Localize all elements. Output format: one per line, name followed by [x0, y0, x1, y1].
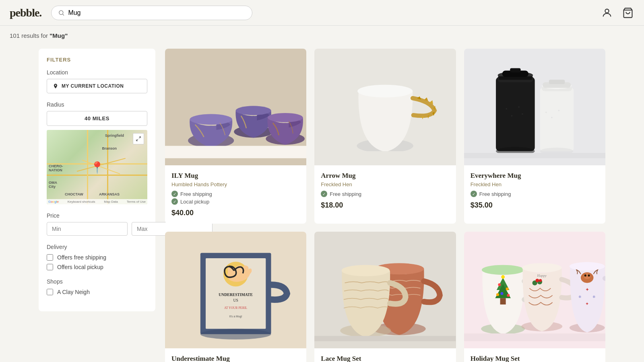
check-icon: ✓ [171, 191, 178, 197]
product-price-3: $35.00 [471, 201, 599, 210]
svg-point-0 [59, 10, 63, 14]
main-container: FILTERS Location MY CURRENT LOCATION Rad… [29, 39, 615, 362]
svg-point-48 [200, 329, 271, 339]
svg-point-53 [342, 265, 390, 276]
svg-rect-19 [496, 77, 535, 151]
svg-rect-25 [510, 68, 520, 72]
account-icon[interactable] [601, 6, 613, 19]
header: pebble. [0, 0, 644, 26]
product-image-6: Happy [464, 232, 605, 348]
clay-neigh-row: A Clay Neigh [47, 289, 147, 295]
price-label: Price [47, 212, 147, 219]
price-min-input[interactable] [47, 222, 128, 236]
svg-text:❄: ❄ [592, 295, 596, 299]
price-filter: Price [47, 212, 147, 236]
map-expand-button[interactable] [133, 133, 144, 144]
product-price-2: $18.00 [321, 201, 449, 210]
svg-text:Happy: Happy [537, 274, 546, 278]
product-card-4[interactable]: UNDERESTIMATE US AT YOUR PERIL It's a Mu… [165, 232, 306, 362]
svg-line-4 [139, 137, 140, 138]
svg-rect-60 [500, 298, 506, 304]
svg-text:US: US [233, 298, 238, 302]
product-card-2[interactable]: Arrow Mug Freckled Hen ✓ Free shipping $… [314, 49, 456, 224]
search-input[interactable] [68, 9, 246, 16]
product-shop-3: Freckled Hen [471, 181, 599, 187]
radius-label: Radius [47, 101, 147, 108]
check-icon: ✓ [171, 198, 178, 205]
badge-label: Free shipping [479, 191, 511, 197]
location-label: Location [47, 69, 147, 76]
product-card-5[interactable]: Lace Mug Set [314, 232, 456, 362]
local-pickup-label[interactable]: Offers local pickup [57, 264, 103, 270]
svg-point-57 [482, 265, 524, 275]
svg-rect-17 [314, 151, 456, 158]
map-label-springfield: Springfield [105, 134, 124, 138]
shops-label: Shops [47, 278, 147, 285]
product-info-5: Lace Mug Set [314, 348, 456, 362]
delivery-filter: Delivery Offers free shipping Offers loc… [47, 244, 147, 270]
clay-neigh-label[interactable]: A Clay Neigh [57, 289, 90, 295]
local-pickup-row: Offers local pickup [47, 264, 147, 270]
map-terms: Terms of Use [127, 200, 146, 204]
shops-filter: Shops A Clay Neigh [47, 278, 147, 295]
product-image-5 [314, 232, 456, 348]
svg-point-78 [584, 274, 586, 276]
map-label-branson: Branson [102, 146, 117, 150]
free-shipping-row: Offers free shipping [47, 254, 147, 261]
clay-neigh-checkbox[interactable] [47, 289, 53, 295]
location-filter: Location MY CURRENT LOCATION [47, 69, 147, 93]
map-label-chero: CHERO-NATION [49, 164, 63, 172]
svg-point-33 [511, 115, 512, 117]
badge-label: Local pickup [180, 199, 209, 205]
svg-point-72 [535, 279, 539, 282]
svg-point-37 [551, 117, 553, 119]
product-badge-local-pickup-1: ✓ Local pickup [171, 198, 300, 205]
svg-rect-30 [549, 80, 565, 84]
product-name-6: Holiday Mug Set [471, 355, 599, 362]
free-shipping-checkbox[interactable] [47, 254, 53, 261]
svg-point-36 [545, 111, 547, 113]
cart-icon[interactable] [621, 6, 634, 19]
filters-title: FILTERS [47, 57, 147, 63]
results-query: "Mug" [50, 32, 68, 39]
svg-point-34 [518, 106, 520, 108]
price-row [47, 222, 147, 236]
svg-rect-13 [165, 146, 306, 158]
svg-line-1 [63, 14, 64, 15]
map-data: Map Data [104, 200, 118, 204]
check-icon: ✓ [471, 191, 477, 197]
free-shipping-label[interactable]: Offers free shipping [57, 254, 106, 261]
svg-text:UNDERESTIMATE: UNDERESTIMATE [219, 292, 253, 297]
product-badge-free-shipping-2: ✓ Free shipping [321, 191, 449, 197]
product-name-5: Lace Mug Set [321, 355, 449, 362]
map-label-city: OMACity [49, 181, 57, 189]
svg-rect-54 [314, 336, 456, 341]
product-card-6[interactable]: Happy [464, 232, 605, 362]
location-button[interactable]: MY CURRENT LOCATION [47, 79, 147, 93]
svg-text:✦: ✦ [585, 302, 589, 306]
location-button-label: MY CURRENT LOCATION [62, 83, 124, 89]
logo[interactable]: pebble. [10, 6, 41, 19]
map-attribution: Google Keyboard shortcuts Map Data Terms… [47, 199, 147, 204]
product-info-4: Underestimate Mug [165, 348, 306, 362]
local-pickup-checkbox[interactable] [47, 264, 53, 270]
svg-point-66 [501, 275, 505, 279]
svg-point-73 [539, 279, 542, 282]
product-card-1[interactable]: ILY Mug Humbled Hands Pottery ✓ Free shi… [165, 49, 306, 224]
svg-point-32 [506, 108, 507, 110]
badge-label: Free shipping [330, 191, 361, 197]
product-badge-free-shipping-1: ✓ Free shipping [171, 191, 300, 197]
map-placeholder: Springfield Branson CHERO-NATION OMACity… [47, 130, 147, 204]
svg-point-64 [507, 294, 510, 297]
product-name-3: Everywhere Mug [471, 172, 599, 180]
header-icons [601, 6, 634, 19]
product-shop-2: Freckled Hen [321, 181, 449, 187]
results-header: 101 results for "Mug" [0, 26, 644, 39]
search-bar[interactable] [51, 6, 252, 20]
radius-button[interactable]: 40 MILES [47, 111, 147, 126]
map-label-arkansas: ARKANSAS [99, 192, 120, 196]
product-image-3 [464, 49, 605, 165]
svg-line-5 [136, 139, 138, 141]
product-card-3[interactable]: Everywhere Mug Freckled Hen ✓ Free shipp… [464, 49, 605, 224]
svg-point-16 [357, 85, 413, 98]
